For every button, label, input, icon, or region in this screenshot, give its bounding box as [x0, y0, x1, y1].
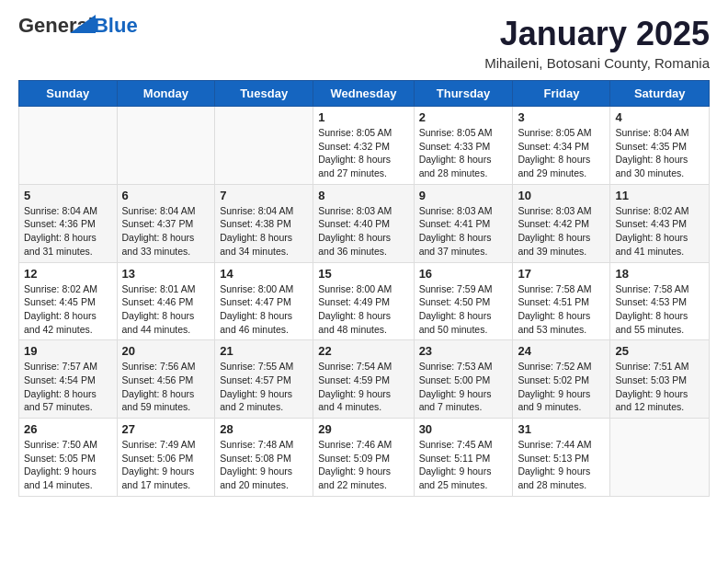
day-info: Sunrise: 8:00 AMSunset: 4:49 PMDaylight:… [318, 282, 408, 337]
week-row-1: 1Sunrise: 8:05 AMSunset: 4:32 PMDaylight… [19, 107, 710, 185]
day-number: 28 [220, 422, 308, 436]
title-area: January 2025 Mihaileni, Botosani County,… [484, 15, 710, 71]
logo-icon [70, 11, 96, 37]
day-number: 19 [24, 344, 112, 358]
calendar-cell: 28Sunrise: 7:48 AMSunset: 5:08 PMDayligh… [215, 419, 313, 497]
calendar-cell: 15Sunrise: 8:00 AMSunset: 4:49 PMDayligh… [313, 262, 414, 340]
calendar-cell: 14Sunrise: 8:00 AMSunset: 4:47 PMDayligh… [215, 262, 313, 340]
header: GeneralBlue January 2025 Mihaileni, Boto… [18, 15, 710, 71]
calendar-cell: 22Sunrise: 7:54 AMSunset: 4:59 PMDayligh… [313, 340, 414, 419]
calendar-cell: 8Sunrise: 8:03 AMSunset: 4:40 PMDaylight… [313, 184, 414, 262]
day-info: Sunrise: 8:02 AMSunset: 4:43 PMDaylight:… [615, 204, 704, 259]
day-info: Sunrise: 8:03 AMSunset: 4:41 PMDaylight:… [419, 204, 508, 259]
calendar-cell: 27Sunrise: 7:49 AMSunset: 5:06 PMDayligh… [117, 419, 215, 497]
header-monday: Monday [117, 81, 215, 107]
day-info: Sunrise: 7:58 AMSunset: 4:51 PMDaylight:… [518, 282, 605, 337]
calendar-cell: 6Sunrise: 8:04 AMSunset: 4:37 PMDaylight… [117, 184, 215, 262]
day-info: Sunrise: 8:01 AMSunset: 4:46 PMDaylight:… [122, 282, 210, 337]
day-number: 5 [24, 189, 112, 202]
day-number: 25 [615, 344, 704, 358]
day-info: Sunrise: 8:03 AMSunset: 4:40 PMDaylight:… [318, 204, 408, 259]
calendar-cell: 1Sunrise: 8:05 AMSunset: 4:32 PMDaylight… [313, 107, 414, 185]
day-info: Sunrise: 8:04 AMSunset: 4:38 PMDaylight:… [220, 204, 308, 259]
day-number: 7 [220, 189, 308, 202]
calendar-cell: 4Sunrise: 8:04 AMSunset: 4:35 PMDaylight… [610, 107, 710, 185]
calendar-cell: 10Sunrise: 8:03 AMSunset: 4:42 PMDayligh… [513, 184, 610, 262]
calendar-cell: 11Sunrise: 8:02 AMSunset: 4:43 PMDayligh… [610, 184, 710, 262]
calendar-cell: 24Sunrise: 7:52 AMSunset: 5:02 PMDayligh… [513, 340, 610, 419]
day-number: 22 [318, 344, 408, 358]
calendar-cell [117, 107, 215, 185]
day-info: Sunrise: 7:51 AMSunset: 5:03 PMDaylight:… [615, 360, 704, 414]
svg-marker-0 [70, 15, 96, 33]
day-number: 17 [518, 267, 605, 281]
calendar-cell: 12Sunrise: 8:02 AMSunset: 4:45 PMDayligh… [19, 262, 118, 340]
calendar-cell: 5Sunrise: 8:04 AMSunset: 4:36 PMDaylight… [19, 184, 118, 262]
calendar-cell: 19Sunrise: 7:57 AMSunset: 4:54 PMDayligh… [19, 340, 118, 419]
calendar-cell: 9Sunrise: 8:03 AMSunset: 4:41 PMDaylight… [414, 184, 513, 262]
day-number: 18 [615, 267, 704, 281]
header-sunday: Sunday [19, 81, 118, 107]
calendar-cell: 18Sunrise: 7:58 AMSunset: 4:53 PMDayligh… [610, 262, 710, 340]
day-number: 3 [518, 110, 605, 124]
logo: GeneralBlue [18, 15, 138, 57]
week-row-2: 5Sunrise: 8:04 AMSunset: 4:36 PMDaylight… [19, 184, 710, 262]
calendar-cell: 16Sunrise: 7:59 AMSunset: 4:50 PMDayligh… [414, 262, 513, 340]
day-number: 4 [615, 110, 704, 124]
day-info: Sunrise: 7:45 AMSunset: 5:11 PMDaylight:… [419, 438, 508, 492]
calendar-cell: 26Sunrise: 7:50 AMSunset: 5:05 PMDayligh… [19, 419, 118, 497]
day-info: Sunrise: 7:44 AMSunset: 5:13 PMDaylight:… [518, 438, 605, 492]
day-info: Sunrise: 8:03 AMSunset: 4:42 PMDaylight:… [518, 204, 605, 259]
day-number: 6 [122, 189, 210, 202]
day-info: Sunrise: 7:49 AMSunset: 5:06 PMDaylight:… [122, 438, 210, 492]
calendar-cell: 7Sunrise: 8:04 AMSunset: 4:38 PMDaylight… [215, 184, 313, 262]
calendar-cell [19, 107, 118, 185]
header-friday: Friday [513, 81, 610, 107]
day-number: 13 [122, 267, 210, 281]
logo-blue: Blue [94, 14, 138, 37]
day-number: 24 [518, 344, 605, 358]
day-number: 20 [122, 344, 210, 358]
day-number: 9 [419, 189, 508, 202]
day-number: 27 [122, 422, 210, 436]
day-number: 23 [419, 344, 508, 358]
page: GeneralBlue January 2025 Mihaileni, Boto… [0, 0, 728, 563]
header-row: Sunday Monday Tuesday Wednesday Thursday… [19, 81, 710, 107]
day-number: 11 [615, 189, 704, 202]
calendar-table: Sunday Monday Tuesday Wednesday Thursday… [18, 80, 710, 497]
day-info: Sunrise: 7:57 AMSunset: 4:54 PMDaylight:… [24, 360, 112, 414]
calendar-body: 1Sunrise: 8:05 AMSunset: 4:32 PMDaylight… [19, 107, 710, 497]
day-info: Sunrise: 8:04 AMSunset: 4:36 PMDaylight:… [24, 204, 112, 259]
calendar-cell: 13Sunrise: 8:01 AMSunset: 4:46 PMDayligh… [117, 262, 215, 340]
calendar-cell: 30Sunrise: 7:45 AMSunset: 5:11 PMDayligh… [414, 419, 513, 497]
day-info: Sunrise: 8:00 AMSunset: 4:47 PMDaylight:… [220, 282, 308, 337]
day-number: 16 [419, 267, 508, 281]
month-title: January 2025 [484, 15, 710, 53]
calendar-cell: 2Sunrise: 8:05 AMSunset: 4:33 PMDaylight… [414, 107, 513, 185]
calendar-cell: 29Sunrise: 7:46 AMSunset: 5:09 PMDayligh… [313, 419, 414, 497]
calendar-cell: 31Sunrise: 7:44 AMSunset: 5:13 PMDayligh… [513, 419, 610, 497]
day-info: Sunrise: 8:05 AMSunset: 4:34 PMDaylight:… [518, 126, 605, 180]
day-number: 2 [419, 110, 508, 124]
day-info: Sunrise: 7:58 AMSunset: 4:53 PMDaylight:… [615, 282, 704, 337]
calendar-cell: 20Sunrise: 7:56 AMSunset: 4:56 PMDayligh… [117, 340, 215, 419]
day-number: 1 [318, 110, 408, 124]
header-wednesday: Wednesday [313, 81, 414, 107]
day-info: Sunrise: 7:54 AMSunset: 4:59 PMDaylight:… [318, 360, 408, 414]
calendar-cell: 3Sunrise: 8:05 AMSunset: 4:34 PMDaylight… [513, 107, 610, 185]
day-info: Sunrise: 7:52 AMSunset: 5:02 PMDaylight:… [518, 360, 605, 414]
day-number: 31 [518, 422, 605, 436]
location: Mihaileni, Botosani County, Romania [484, 55, 710, 71]
day-info: Sunrise: 8:04 AMSunset: 4:37 PMDaylight:… [122, 204, 210, 259]
day-info: Sunrise: 7:50 AMSunset: 5:05 PMDaylight:… [24, 438, 112, 492]
day-info: Sunrise: 7:56 AMSunset: 4:56 PMDaylight:… [122, 360, 210, 414]
day-info: Sunrise: 8:04 AMSunset: 4:35 PMDaylight:… [615, 126, 704, 180]
calendar-cell: 21Sunrise: 7:55 AMSunset: 4:57 PMDayligh… [215, 340, 313, 419]
day-number: 26 [24, 422, 112, 436]
week-row-4: 19Sunrise: 7:57 AMSunset: 4:54 PMDayligh… [19, 340, 710, 419]
day-number: 21 [220, 344, 308, 358]
calendar-cell: 25Sunrise: 7:51 AMSunset: 5:03 PMDayligh… [610, 340, 710, 419]
week-row-3: 12Sunrise: 8:02 AMSunset: 4:45 PMDayligh… [19, 262, 710, 340]
day-number: 14 [220, 267, 308, 281]
calendar-cell [215, 107, 313, 185]
